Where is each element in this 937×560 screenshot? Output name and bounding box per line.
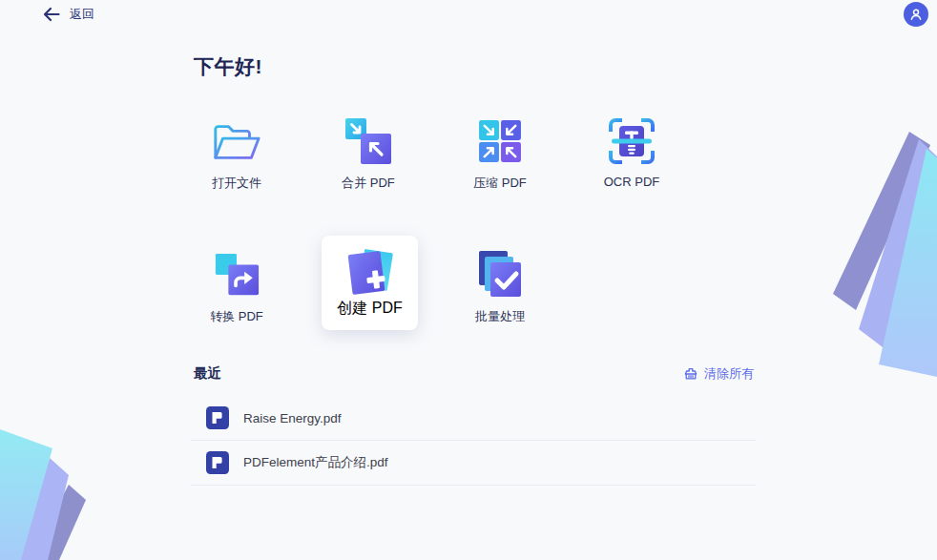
user-icon [909, 8, 923, 21]
recent-header: 最近 清除所有 [194, 364, 754, 383]
back-label: 返回 [70, 6, 94, 23]
recent-title: 最近 [194, 364, 221, 383]
convert-pdf-icon [208, 248, 265, 301]
clear-all-button[interactable]: 清除所有 [683, 365, 754, 383]
action-compress-pdf[interactable]: 压缩 PDF [452, 114, 548, 192]
tile-label: 压缩 PDF [473, 175, 527, 192]
action-ocr-pdf[interactable]: OCR PDF [584, 114, 679, 189]
pdf-file-icon [206, 451, 229, 474]
pdf-file-icon [206, 406, 229, 429]
action-merge-pdf[interactable]: 合并 PDF [321, 114, 416, 192]
action-open-file[interactable]: 打开文件 [189, 114, 284, 192]
back-button[interactable]: 返回 [42, 6, 94, 23]
decor-pages-bottom-left [0, 420, 143, 560]
open-folder-icon [208, 114, 265, 168]
tile-label: 创建 PDF [337, 299, 402, 319]
ocr-scan-icon [603, 114, 660, 168]
tile-label: OCR PDF [604, 175, 660, 189]
compress-pdf-icon [471, 114, 529, 168]
broom-icon [683, 366, 698, 382]
clear-all-label: 清除所有 [704, 365, 754, 383]
tile-label: 合并 PDF [342, 175, 395, 192]
merge-pdf-icon [340, 114, 397, 168]
action-batch-process[interactable]: 批量处理 [452, 248, 548, 325]
file-name: PDFelement产品介绍.pdf [243, 454, 388, 471]
account-avatar[interactable] [904, 2, 928, 27]
recent-file-list: Raise Energy.pdf PDFelement产品介绍.pdf [191, 396, 756, 486]
back-arrow-icon [42, 7, 60, 22]
action-create-pdf[interactable]: 创建 PDF [322, 236, 418, 330]
file-name: Raise Energy.pdf [243, 411, 342, 425]
create-pdf-icon [342, 245, 399, 299]
recent-file-row[interactable]: PDFelement产品介绍.pdf [191, 441, 756, 486]
decor-pages-right [806, 124, 937, 382]
action-convert-pdf[interactable]: 转换 PDF [189, 248, 284, 325]
batch-process-icon [471, 248, 529, 301]
recent-file-row[interactable]: Raise Energy.pdf [191, 396, 756, 441]
tile-label: 打开文件 [212, 175, 261, 192]
tile-label: 批量处理 [475, 308, 525, 325]
tile-label: 转换 PDF [210, 308, 263, 325]
greeting-text: 下午好! [194, 53, 262, 80]
